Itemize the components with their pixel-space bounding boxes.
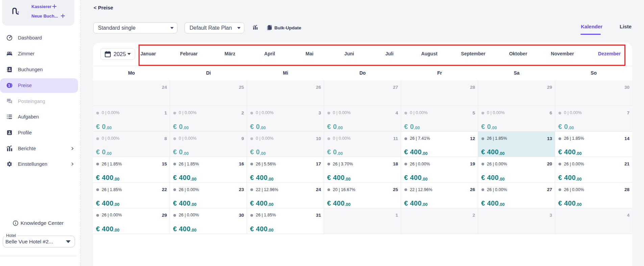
svg-text:$: $ — [8, 84, 10, 87]
